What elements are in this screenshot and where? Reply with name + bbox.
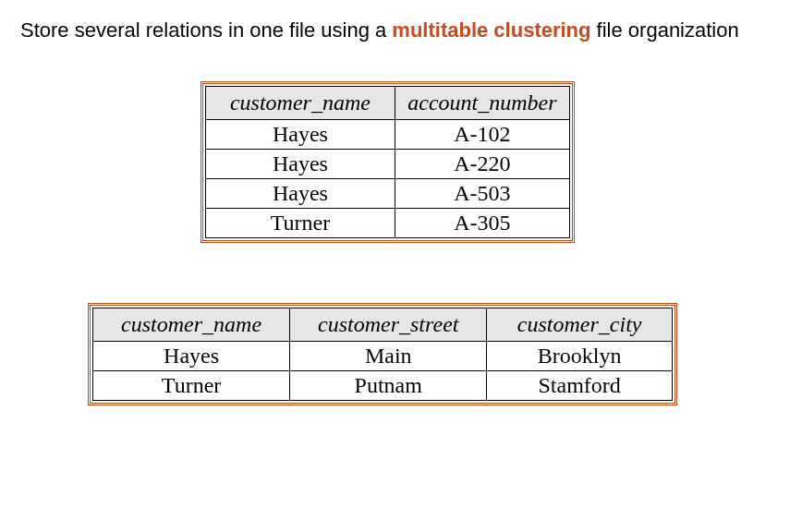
table-row: Hayes A-220 (206, 149, 570, 178)
cell-customer-street: Putnam (290, 370, 487, 400)
cell-customer-name: Turner (93, 370, 290, 400)
cell-customer-name: Hayes (206, 149, 395, 178)
customer-table: customer_name customer_street customer_c… (92, 308, 673, 401)
table-header-row: customer_name account_number (206, 86, 570, 119)
table-row: Hayes Main Brooklyn (93, 341, 673, 370)
cell-account-number: A-503 (395, 178, 569, 208)
table-header-row: customer_name customer_street customer_c… (93, 308, 673, 341)
intro-text: Store several relations in one file usin… (20, 17, 770, 44)
cell-customer-name: Turner (206, 208, 395, 237)
intro-suffix: file organization (591, 18, 739, 42)
cell-customer-name: Hayes (206, 178, 395, 208)
cell-account-number: A-220 (395, 149, 569, 178)
cell-account-number: A-305 (395, 208, 569, 237)
table-row: Hayes A-102 (206, 119, 570, 149)
cell-customer-street: Main (290, 341, 487, 370)
col-customer-name: customer_name (93, 308, 290, 341)
account-table-container: customer_name account_number Hayes A-102… (201, 81, 575, 243)
account-table: customer_name account_number Hayes A-102… (205, 86, 570, 238)
table-row: Hayes A-503 (206, 178, 570, 208)
table-row: Turner Putnam Stamford (93, 370, 673, 400)
intro-prefix: Store several relations in one file usin… (20, 18, 392, 42)
intro-highlight: multitable clustering (392, 18, 590, 42)
cell-customer-name: Hayes (206, 119, 395, 149)
col-customer-street: customer_street (290, 308, 487, 341)
col-account-number: account_number (395, 86, 569, 119)
cell-customer-name: Hayes (93, 341, 290, 370)
col-customer-city: customer_city (487, 308, 673, 341)
cell-customer-city: Stamford (487, 370, 673, 400)
col-customer-name: customer_name (206, 86, 395, 119)
table-row: Turner A-305 (206, 208, 570, 237)
cell-account-number: A-102 (395, 119, 569, 149)
cell-customer-city: Brooklyn (487, 341, 673, 370)
customer-table-container: customer_name customer_street customer_c… (88, 303, 677, 405)
